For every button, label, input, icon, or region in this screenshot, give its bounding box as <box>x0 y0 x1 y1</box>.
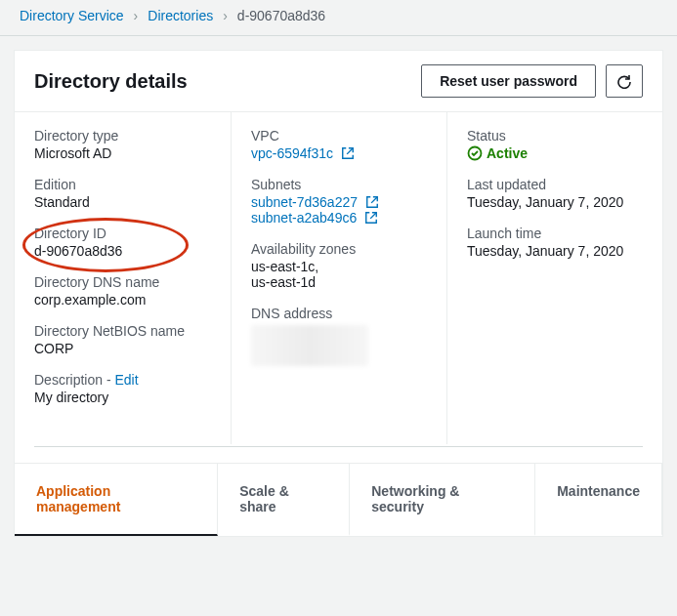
field-description: Description - Edit My directory <box>34 372 211 405</box>
label-directory-id: Directory ID <box>34 226 211 241</box>
external-link-icon <box>341 146 355 160</box>
label-netbios-name: Directory NetBIOS name <box>34 323 211 339</box>
label-description: Description - Edit <box>34 372 211 388</box>
details-columns: Directory type Microsoft AD Edition Stan… <box>15 111 662 444</box>
value-directory-id: d-90670a8d36 <box>34 243 211 259</box>
field-availability-zones: Availability zones us-east-1c, us-east-1… <box>251 241 427 290</box>
breadcrumb: Directory Service › Directories › d-9067… <box>0 0 677 36</box>
value-edition: Standard <box>34 194 211 210</box>
col-right: Status Active Last updated Tuesday, Janu… <box>446 112 662 444</box>
subnet1-link[interactable]: subnet-7d36a227 <box>251 194 358 210</box>
tab-scale-share[interactable]: Scale & share <box>218 464 350 536</box>
label-dns-name: Directory DNS name <box>34 274 211 290</box>
details-card: Directory details Reset user password Di… <box>14 50 663 537</box>
label-availability-zones: Availability zones <box>251 241 427 257</box>
dns-address-redacted <box>251 325 368 366</box>
field-status: Status Active <box>467 128 643 161</box>
field-netbios-name: Directory NetBIOS name CORP <box>34 323 211 356</box>
field-directory-type: Directory type Microsoft AD <box>34 128 211 161</box>
col-middle: VPC vpc-6594f31c Subnets subnet-7d36a227… <box>231 112 446 444</box>
value-launch-time: Tuesday, January 7, 2020 <box>467 243 643 259</box>
external-link-icon <box>365 195 379 209</box>
status-badge: Active <box>467 145 643 161</box>
chevron-right-icon: › <box>134 8 139 23</box>
breadcrumb-current: d-90670a8d36 <box>237 8 325 23</box>
tab-networking-security[interactable]: Networking & security <box>350 464 535 536</box>
tab-application-management[interactable]: Application management <box>15 464 218 536</box>
field-directory-id: Directory ID d-90670a8d36 <box>34 226 211 259</box>
label-edition: Edition <box>34 177 211 192</box>
header-actions: Reset user password <box>421 64 643 98</box>
value-dns-name: corp.example.com <box>34 292 211 308</box>
divider <box>34 446 643 447</box>
label-description-text: Description <box>34 372 103 388</box>
value-availability-zone-2: us-east-1d <box>251 274 427 290</box>
field-dns-name: Directory DNS name corp.example.com <box>34 274 211 308</box>
external-link-icon <box>364 211 378 225</box>
field-vpc: VPC vpc-6594f31c <box>251 128 427 161</box>
field-dns-address: DNS address <box>251 306 427 366</box>
page-title: Directory details <box>34 70 188 93</box>
reset-password-button[interactable]: Reset user password <box>421 64 596 98</box>
label-launch-time: Launch time <box>467 226 643 241</box>
value-availability-zone-1: us-east-1c, <box>251 259 427 274</box>
field-subnets: Subnets subnet-7d36a227 subnet-a2ab49c6 <box>251 177 427 226</box>
refresh-icon <box>616 73 632 89</box>
breadcrumb-section[interactable]: Directories <box>148 8 213 23</box>
value-netbios-name: CORP <box>34 341 211 356</box>
value-status: Active <box>487 145 528 161</box>
edit-description-link[interactable]: Edit <box>114 372 138 388</box>
vpc-link[interactable]: vpc-6594f31c <box>251 145 333 161</box>
label-last-updated: Last updated <box>467 177 643 192</box>
field-launch-time: Launch time Tuesday, January 7, 2020 <box>467 226 643 259</box>
field-edition: Edition Standard <box>34 177 211 210</box>
tabs: Application management Scale & share Net… <box>15 463 662 536</box>
chevron-right-icon: › <box>223 8 228 23</box>
label-subnets: Subnets <box>251 177 427 192</box>
label-vpc: VPC <box>251 128 427 144</box>
field-last-updated: Last updated Tuesday, January 7, 2020 <box>467 177 643 210</box>
label-status: Status <box>467 128 643 144</box>
label-directory-type: Directory type <box>34 128 211 144</box>
value-last-updated: Tuesday, January 7, 2020 <box>467 194 643 210</box>
value-description: My directory <box>34 390 211 405</box>
value-directory-type: Microsoft AD <box>34 145 211 161</box>
card-header: Directory details Reset user password <box>15 51 662 111</box>
refresh-button[interactable] <box>606 64 643 98</box>
breadcrumb-root[interactable]: Directory Service <box>20 8 124 23</box>
check-circle-icon <box>467 145 483 161</box>
label-dns-address: DNS address <box>251 306 427 321</box>
col-left: Directory type Microsoft AD Edition Stan… <box>15 112 231 444</box>
tab-maintenance[interactable]: Maintenance <box>535 464 662 536</box>
subnet2-link[interactable]: subnet-a2ab49c6 <box>251 210 357 226</box>
